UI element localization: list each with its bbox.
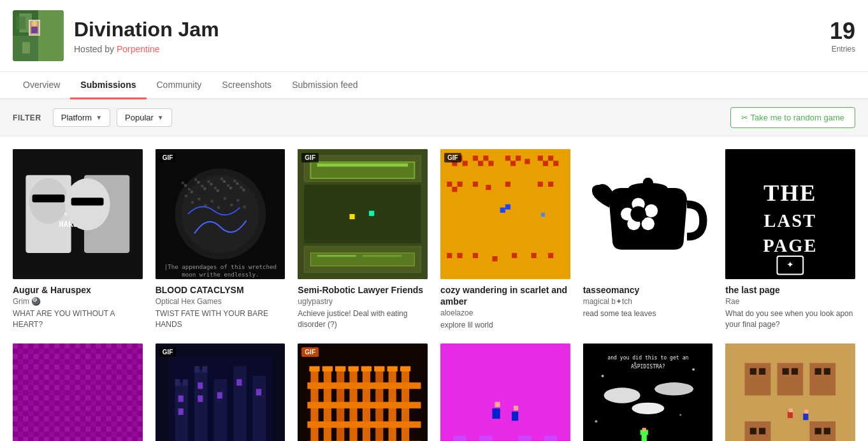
svg-rect-208	[815, 368, 821, 375]
svg-text:ASPIDISTRA?: ASPIDISTRA?	[631, 363, 665, 370]
nav-submissions[interactable]: Submissions	[70, 72, 146, 99]
filter-bar: FILTER Platform ▼ Popular ▼ ✂ Take me to…	[0, 99, 868, 136]
gif-badge: GIF	[301, 347, 319, 357]
svg-rect-102	[541, 213, 545, 217]
svg-rect-17	[33, 194, 65, 202]
hosted-by: Hosted by Porpentine	[74, 44, 830, 54]
svg-rect-179	[518, 435, 531, 440]
game-card-magician[interactable]: Magician's Moon	[440, 343, 570, 441]
nav-screenshots[interactable]: Screenshots	[212, 72, 282, 99]
svg-rect-82	[548, 155, 553, 161]
svg-rect-211	[759, 428, 765, 434]
svg-text:PAGE: PAGE	[763, 236, 818, 256]
game-card-tasse[interactable]: tasseomancy tasseomancy magical b✦tch re…	[583, 149, 713, 331]
nav-community[interactable]: Community	[147, 72, 212, 99]
svg-rect-178	[479, 435, 492, 440]
svg-rect-207	[792, 368, 798, 375]
svg-rect-91	[538, 182, 543, 187]
svg-rect-35	[198, 198, 200, 200]
nav-submission-feed[interactable]: Submission feed	[282, 72, 368, 99]
jam-logo[interactable]	[13, 10, 64, 61]
svg-rect-131	[194, 370, 207, 441]
svg-rect-165	[387, 366, 398, 371]
sort-label: Popular	[125, 113, 154, 122]
svg-rect-172	[512, 412, 518, 421]
platform-filter[interactable]: Platform ▼	[53, 108, 110, 127]
game-desc: read some tea leaves	[583, 308, 713, 319]
game-card-lastpage[interactable]: THE LAST PAGE ✦ the last page Rae What d…	[725, 149, 855, 331]
svg-rect-38	[217, 206, 219, 209]
svg-rect-26	[201, 185, 203, 187]
svg-point-188	[692, 368, 695, 371]
game-card-keybitch[interactable]: GIF keybitch witch dream fantasy	[298, 343, 428, 441]
game-author: Grim 🎱	[13, 297, 143, 306]
svg-rect-163	[361, 366, 372, 371]
host-link[interactable]: Porpentine	[117, 44, 160, 54]
game-card-fortune[interactable]: GIF Fortune's Fervour	[156, 343, 286, 441]
svg-rect-87	[452, 187, 457, 192]
svg-rect-23	[181, 182, 184, 184]
game-card-cozy[interactable]: GIF cozy wandering in scarlet and amber …	[440, 149, 570, 331]
svg-rect-3	[16, 17, 25, 29]
svg-rect-209	[824, 368, 830, 375]
svg-rect-84	[553, 161, 558, 166]
svg-rect-39	[224, 197, 226, 199]
game-card-augur[interactable]: AUGUR & HARUSPEX Augur & Haruspex Grim 🎱…	[13, 149, 143, 331]
svg-point-105	[642, 178, 653, 188]
svg-rect-29	[220, 178, 222, 180]
svg-rect-124	[13, 343, 143, 441]
svg-rect-42	[243, 206, 245, 208]
svg-point-9	[32, 21, 37, 26]
sort-filter[interactable]: Popular ▼	[117, 108, 172, 127]
jam-title-section: Divination Jam Hosted by Porpentine	[74, 18, 830, 54]
game-card-forgiveness[interactable]: ~ forgiveness	[13, 343, 143, 441]
svg-rect-170	[492, 408, 500, 419]
svg-rect-180	[544, 435, 557, 440]
svg-rect-85	[447, 182, 452, 187]
svg-rect-78	[516, 155, 521, 161]
svg-rect-164	[374, 366, 384, 371]
svg-rect-203	[810, 421, 836, 441]
svg-rect-177	[453, 435, 466, 440]
svg-rect-41	[236, 199, 239, 201]
game-card-another[interactable]: ANOTHER TITANIC	[725, 343, 855, 441]
game-grid: AUGUR & HARUSPEX Augur & Haruspex Grim 🎱…	[0, 136, 868, 441]
page-header: Divination Jam Hosted by Porpentine 19 E…	[0, 0, 868, 72]
game-desc: TWIST FATE WITH YOUR BARE HANDS	[156, 308, 286, 330]
svg-rect-30	[227, 184, 229, 187]
svg-text:and you did this to get an: and you did this to get an	[607, 354, 688, 361]
svg-rect-28	[213, 187, 216, 189]
game-card-ooh[interactable]: and you did this to get an ASPIDISTRA?	[583, 343, 713, 441]
svg-rect-47	[210, 183, 212, 185]
svg-rect-34	[191, 201, 194, 203]
svg-rect-199	[745, 363, 771, 395]
svg-rect-86	[457, 182, 462, 187]
svg-rect-25	[194, 178, 197, 181]
svg-rect-100	[500, 208, 505, 213]
entry-count-section: 19 Entries	[830, 18, 855, 54]
game-card-lawyer[interactable]: GIF Semi-Robotic Lawyer Friends uglypast…	[298, 149, 428, 331]
svg-point-108	[644, 205, 657, 217]
svg-rect-52	[242, 189, 245, 191]
svg-rect-159	[310, 366, 320, 371]
svg-text:tasseomancy: tasseomancy	[621, 253, 675, 265]
svg-rect-94	[457, 253, 462, 258]
svg-rect-217	[805, 410, 809, 414]
svg-rect-204	[750, 368, 756, 375]
game-card-blood[interactable]: |The appendages of this wretched moon wr…	[156, 149, 286, 331]
main-nav: Overview Submissions Community Screensho…	[0, 72, 868, 99]
svg-rect-136	[182, 379, 187, 386]
svg-rect-202	[745, 421, 771, 441]
svg-rect-98	[532, 253, 537, 258]
svg-rect-157	[308, 421, 421, 428]
svg-rect-6	[22, 42, 30, 54]
svg-rect-66	[363, 255, 401, 257]
sort-chevron-icon: ▼	[157, 114, 164, 121]
svg-text:moon writhe endlessly.: moon writhe endlessly.	[182, 271, 259, 278]
svg-rect-43	[184, 184, 186, 187]
svg-rect-24	[188, 188, 191, 191]
random-game-button[interactable]: ✂ Take me to random game	[730, 107, 855, 128]
svg-rect-138	[202, 366, 207, 372]
nav-overview[interactable]: Overview	[13, 72, 70, 99]
svg-rect-83	[543, 161, 548, 166]
